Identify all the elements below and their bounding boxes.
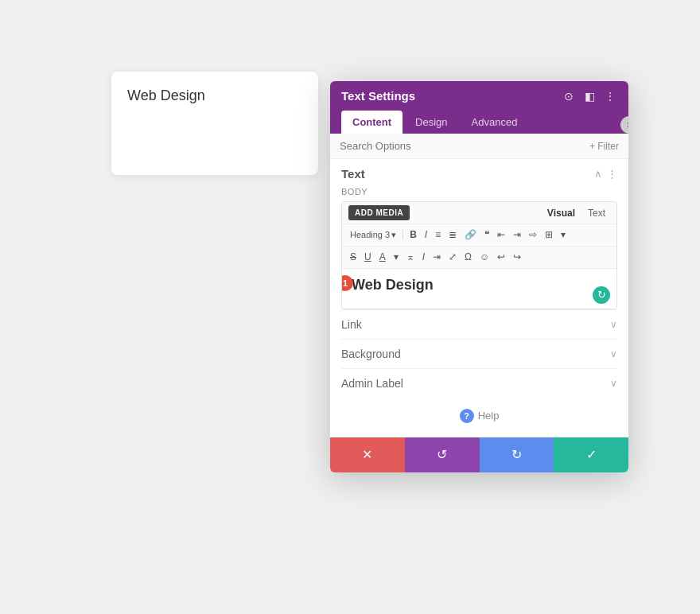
table-btn[interactable]: ⊞ bbox=[542, 227, 556, 243]
editor-text: Web Design bbox=[352, 277, 434, 293]
save-button[interactable]: ✓ bbox=[554, 437, 628, 472]
background-card: Web Design bbox=[111, 72, 318, 175]
text-settings-modal: Text Settings ⊙ ◧ ⋮ Content Design Advan… bbox=[330, 81, 628, 472]
header-icons: ⊙ ◧ ⋮ bbox=[562, 90, 617, 103]
view-toggle: Visual Text bbox=[542, 206, 610, 220]
undo-button[interactable]: ↺ bbox=[405, 437, 480, 472]
align-left-btn[interactable]: ⇤ bbox=[494, 227, 508, 243]
toolbar-row-1: Heading 3 ▾ B I ≡ ≣ 🔗 ❝ ⇤ ⇥ ⇨ ⊞ ▾ bbox=[342, 224, 616, 247]
tab-content[interactable]: Content bbox=[341, 111, 402, 134]
quote-btn[interactable]: ❝ bbox=[481, 227, 492, 243]
admin-label-section-header[interactable]: Admin Label ∨ bbox=[341, 377, 617, 390]
reset-icon[interactable]: ⊙ bbox=[562, 90, 576, 103]
link-section: Link ∨ bbox=[341, 309, 617, 339]
fullscreen-btn[interactable]: ⤢ bbox=[445, 249, 460, 266]
admin-label-section-title: Admin Label bbox=[341, 377, 403, 390]
underline-btn[interactable]: U bbox=[361, 249, 375, 266]
bg-card-title: Web Design bbox=[127, 87, 205, 103]
body-label: Body bbox=[341, 187, 617, 196]
filter-button[interactable]: + Filter bbox=[589, 141, 619, 152]
search-bar: + Filter bbox=[330, 134, 628, 159]
undo-icon: ↺ bbox=[437, 447, 447, 462]
filter-label: + Filter bbox=[589, 141, 619, 152]
editor-top-bar: ADD MEDIA Visual Text bbox=[342, 202, 616, 224]
save-icon: ✓ bbox=[586, 447, 597, 462]
refresh-icon[interactable]: ↻ bbox=[593, 286, 610, 304]
paste-btn[interactable]: ⌅ bbox=[403, 249, 418, 266]
editor-content-area[interactable]: 1 Web Design ↻ bbox=[342, 269, 616, 309]
tab-advanced[interactable]: Advanced bbox=[461, 111, 529, 134]
redo-toolbar-btn[interactable]: ↪ bbox=[510, 249, 524, 266]
help-label: Help bbox=[478, 410, 500, 422]
link-chevron-icon: ∨ bbox=[610, 319, 617, 330]
editor-container: ADD MEDIA Visual Text Heading 3 ▾ B I ≡ … bbox=[341, 201, 617, 309]
toolbar-row-2: S U A ▾ ⌅ I ⇥ ⤢ Ω ☺ ↩ ↪ bbox=[342, 247, 616, 269]
link-btn[interactable]: 🔗 bbox=[461, 227, 480, 243]
background-chevron-icon: ∨ bbox=[610, 348, 617, 359]
align-right-btn[interactable]: ⇨ bbox=[526, 227, 540, 243]
heading-label: Heading 3 bbox=[350, 230, 390, 239]
heading-select[interactable]: Heading 3 ▾ bbox=[347, 228, 399, 242]
text-view-btn[interactable]: Text bbox=[583, 206, 610, 220]
align-center-btn[interactable]: ⇥ bbox=[510, 227, 524, 243]
strikethrough-btn[interactable]: S bbox=[347, 249, 360, 266]
modal-header: Text Settings ⊙ ◧ ⋮ bbox=[330, 81, 628, 111]
bold-btn[interactable]: B bbox=[406, 227, 420, 243]
layout-icon[interactable]: ◧ bbox=[582, 90, 597, 103]
tab-design[interactable]: Design bbox=[404, 111, 458, 134]
redo-button[interactable]: ↻ bbox=[480, 437, 554, 472]
background-section-title: Background bbox=[341, 348, 401, 360]
link-section-title: Link bbox=[341, 318, 362, 331]
table-dropdown-btn[interactable]: ▾ bbox=[558, 227, 569, 243]
modal-footer: ✕ ↺ ↻ ✓ bbox=[330, 437, 628, 472]
admin-label-chevron-icon: ∨ bbox=[610, 378, 617, 389]
text-color-dropdown[interactable]: ▾ bbox=[391, 249, 402, 266]
more-icon[interactable]: ⋮ bbox=[603, 90, 617, 103]
undo-toolbar-btn[interactable]: ↩ bbox=[494, 249, 508, 266]
modal-title: Text Settings bbox=[341, 89, 415, 103]
indent-btn[interactable]: ⇥ bbox=[430, 249, 444, 266]
text-color-btn[interactable]: A bbox=[376, 249, 389, 266]
cancel-button[interactable]: ✕ bbox=[330, 437, 405, 472]
emoji-btn[interactable]: ☺ bbox=[476, 249, 492, 266]
modal-body: Text ∧ ⋮ Body ADD MEDIA Visual Text Head… bbox=[330, 159, 628, 437]
italic-btn[interactable]: I bbox=[422, 227, 430, 243]
ul-btn[interactable]: ≡ bbox=[432, 227, 444, 243]
admin-label-section: Admin Label ∨ bbox=[341, 368, 617, 398]
text-section-title: Text bbox=[341, 167, 365, 181]
help-button[interactable]: ? Help bbox=[460, 409, 500, 423]
redo-icon: ↻ bbox=[511, 447, 522, 462]
background-section: Background ∨ bbox=[341, 339, 617, 368]
toolbar-sep-1 bbox=[402, 229, 403, 240]
add-media-button[interactable]: ADD MEDIA bbox=[348, 205, 410, 220]
tabs-bar: Content Design Advanced bbox=[330, 111, 628, 134]
section-menu-icon[interactable]: ⋮ bbox=[607, 168, 617, 180]
collapse-icon[interactable]: ∧ bbox=[594, 168, 602, 180]
background-section-header[interactable]: Background ∨ bbox=[341, 348, 617, 360]
text-section-header: Text ∧ ⋮ bbox=[341, 167, 617, 181]
help-section: ? Help bbox=[341, 398, 617, 429]
link-section-header[interactable]: Link ∨ bbox=[341, 318, 617, 331]
heading-dropdown-arrow: ▾ bbox=[391, 230, 396, 240]
cancel-icon: ✕ bbox=[362, 447, 372, 462]
ol-btn[interactable]: ≣ bbox=[445, 227, 460, 243]
special-chars-btn[interactable]: Ω bbox=[461, 249, 475, 266]
italic2-btn[interactable]: I bbox=[419, 249, 428, 266]
help-icon: ? bbox=[460, 409, 474, 423]
search-input[interactable] bbox=[340, 140, 589, 152]
visual-view-btn[interactable]: Visual bbox=[542, 206, 580, 220]
section-header-icons: ∧ ⋮ bbox=[594, 168, 617, 180]
